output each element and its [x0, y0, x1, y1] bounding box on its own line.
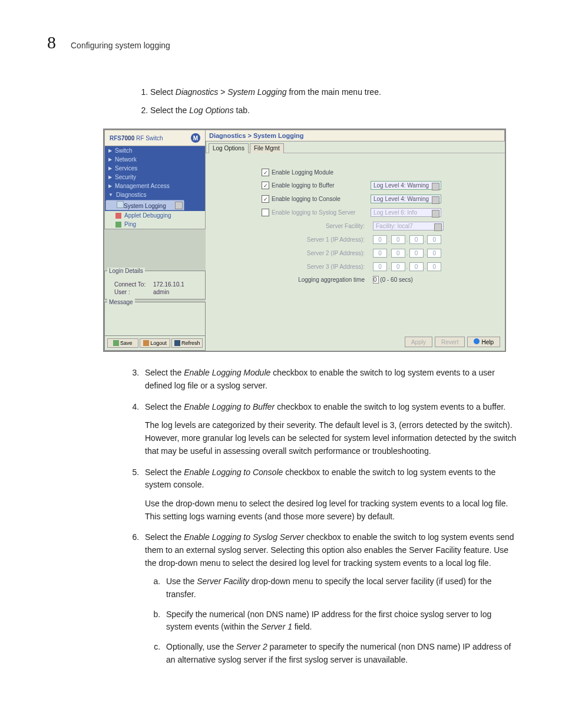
app-screenshot: RFS7000 RF Switch M ▶Switch ▶Network ▶Se…: [103, 129, 506, 352]
step-6c: Optionally, use the Server 2 parameter t…: [163, 641, 518, 666]
step-6-sublist: Use the Server Facility drop-down menu t…: [163, 575, 518, 666]
sidebar-title: RFS7000 RF Switch M: [104, 130, 206, 146]
server1-ip-input[interactable]: 0.0.0.0: [373, 235, 441, 244]
connect-to-value: 172.16.10.1: [153, 281, 184, 288]
form-footer: Apply Revert Help: [405, 337, 500, 347]
revert-button[interactable]: Revert: [435, 337, 465, 347]
save-icon: [113, 340, 119, 346]
sidebar: RFS7000 RF Switch M ▶Switch ▶Network ▶Se…: [104, 130, 206, 351]
row-server2: Server 2 (IP Address): 0.0.0.0: [262, 249, 499, 258]
refresh-button[interactable]: Refresh: [171, 338, 203, 348]
step-6: Select the Enable Logging to Syslog Serv…: [141, 531, 518, 666]
nav-switch[interactable]: ▶Switch: [105, 146, 205, 155]
enable-module-checkbox[interactable]: [262, 169, 269, 176]
arrow-down-icon: ▼: [108, 192, 113, 197]
aggregation-input[interactable]: 0: [373, 276, 379, 284]
apply-button[interactable]: Apply: [405, 337, 432, 347]
chapter-title: Configuring system logging: [71, 41, 170, 50]
brand-logo-icon: M: [191, 133, 200, 143]
syslog-level-select: Log Level 6: Info: [371, 208, 441, 217]
server2-ip-input[interactable]: 0.0.0.0: [373, 249, 441, 258]
buffer-level-select[interactable]: Log Level 4: Warning: [371, 181, 441, 190]
message-panel: Message: [104, 302, 206, 336]
breadcrumb: Diagnostics > System Logging: [206, 130, 505, 141]
arrow-icon: ▶: [108, 148, 112, 153]
step-4: Select the Enable Logging to Buffer chec…: [141, 401, 518, 458]
arrow-icon: ▶: [108, 174, 112, 180]
nav-diagnostics[interactable]: ▼Diagnostics: [105, 190, 205, 199]
nav-network[interactable]: ▶Network: [105, 155, 205, 164]
sidebar-actions: Save Logout Refresh: [104, 336, 206, 351]
login-legend: Login Details: [107, 268, 145, 274]
nav-security[interactable]: ▶Security: [105, 173, 205, 182]
page-icon: [117, 201, 124, 208]
logout-button[interactable]: Logout: [140, 338, 171, 348]
help-button[interactable]: Help: [467, 337, 500, 347]
tab-log-options[interactable]: Log Options: [209, 143, 249, 153]
bug-icon: [115, 213, 121, 219]
step-4-para: The log levels are categorized by their …: [145, 419, 518, 457]
ping-icon: [115, 222, 121, 228]
tab-file-mgmt[interactable]: File Mgmt: [250, 143, 284, 153]
help-icon: [474, 338, 480, 344]
intro-steps: Select Diagnostics > System Logging from…: [150, 85, 515, 118]
row-server3: Server 3 (IP Address): 0.0.0.0: [262, 262, 499, 271]
logout-icon: [143, 340, 149, 346]
row-aggregation: Logging aggregation time 0 (0 - 60 secs): [262, 276, 499, 284]
nav-ping[interactable]: Ping: [105, 220, 205, 229]
enable-syslog-checkbox[interactable]: [262, 209, 269, 216]
log-options-form: Enable Logging Module Enable logging to …: [206, 153, 505, 351]
row-server-facility: Server Facility: Facility: local7: [262, 222, 499, 230]
nav-tree: ▶Switch ▶Network ▶Services ▶Security ▶Ma…: [104, 146, 206, 229]
nav-applet-debugging[interactable]: Applet Debugging: [105, 211, 205, 220]
refresh-icon: [174, 340, 180, 346]
step-6b: Specify the numerical (non DNS name) IP …: [163, 608, 518, 634]
page-header: 8 Configuring system logging: [47, 32, 515, 52]
arrow-icon: ▶: [108, 166, 112, 171]
enable-console-checkbox[interactable]: [262, 195, 269, 203]
arrow-icon: ▶: [108, 157, 112, 162]
row-enable-module: Enable Logging Module: [262, 169, 499, 176]
document-page: 8 Configuring system logging Select Diag…: [0, 0, 562, 728]
step-3: Select the Enable Logging Module checkbo…: [141, 367, 518, 392]
message-legend: Message: [107, 299, 135, 305]
step-6a: Use the Server Facility drop-down menu t…: [163, 575, 518, 601]
login-details-panel: Login Details Connect To:172.16.10.1 Use…: [104, 271, 206, 299]
main-panel: Diagnostics > System Logging Log Options…: [206, 130, 505, 351]
step-2: Select the Log Options tab.: [150, 103, 515, 118]
tab-bar: Log Options File Mgmt: [206, 141, 505, 153]
user-value: admin: [153, 289, 169, 295]
arrow-icon: ▶: [108, 183, 112, 189]
row-enable-console: Enable logging to Console Log Level 4: W…: [262, 195, 499, 203]
save-button[interactable]: Save: [107, 338, 138, 348]
server-facility-select: Facility: local7: [373, 222, 444, 230]
step-5-para: Use the drop-down menu to select the des…: [145, 498, 518, 523]
console-level-select[interactable]: Log Level 4: Warning: [371, 195, 441, 203]
chapter-number: 8: [47, 32, 56, 52]
enable-buffer-checkbox[interactable]: [262, 182, 269, 189]
step-1: Select Diagnostics > System Logging from…: [150, 85, 515, 100]
nav-mgmt-access[interactable]: ▶Management Access: [105, 182, 205, 190]
row-enable-buffer: Enable logging to Buffer Log Level 4: Wa…: [262, 181, 499, 190]
row-server1: Server 1 (IP Address): 0.0.0.0: [262, 235, 499, 244]
row-enable-syslog: Enable logging to Syslog Server Log Leve…: [262, 208, 499, 217]
body-steps: Select the Enable Logging Module checkbo…: [141, 367, 518, 666]
step-5: Select the Enable Logging to Console che…: [141, 466, 518, 523]
server3-ip-input[interactable]: 0.0.0.0: [373, 262, 441, 271]
nav-system-logging[interactable]: System Logging: [105, 200, 184, 210]
nav-services[interactable]: ▶Services: [105, 164, 205, 173]
